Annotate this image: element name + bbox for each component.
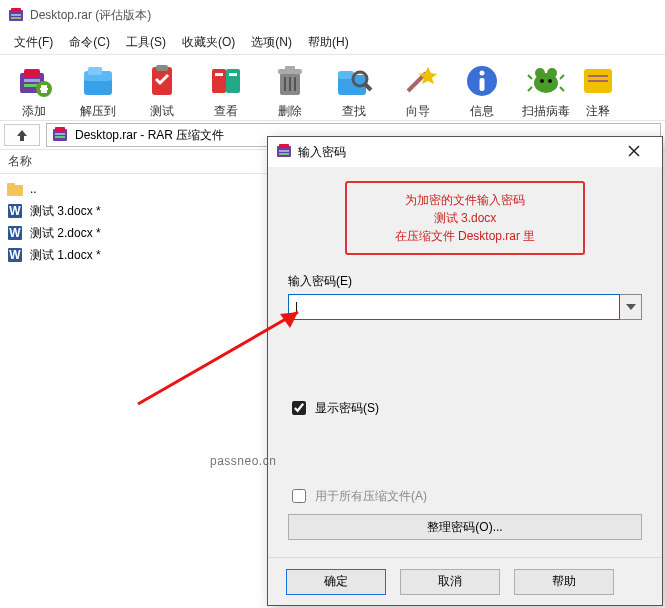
- dialog-message-box: 为加密的文件输入密码 测试 3.docx 在压缩文件 Desktop.rar 里: [345, 181, 585, 255]
- tb-wizard[interactable]: 向导: [386, 59, 450, 120]
- menu-commands[interactable]: 命令(C): [61, 32, 118, 53]
- msg-line3: 在压缩文件 Desktop.rar 里: [353, 227, 577, 245]
- svg-rect-47: [588, 80, 608, 82]
- svg-line-42: [560, 75, 564, 79]
- tb-add[interactable]: 添加: [2, 59, 66, 120]
- svg-rect-26: [294, 77, 296, 91]
- test-icon: [142, 61, 182, 101]
- dialog-titlebar: 输入密码: [268, 137, 662, 167]
- tb-view[interactable]: 查看: [194, 59, 258, 120]
- menu-tools[interactable]: 工具(S): [118, 32, 174, 53]
- item-text: 测试 2.docx *: [30, 225, 101, 242]
- tb-test[interactable]: 测试: [130, 59, 194, 120]
- svg-rect-50: [55, 133, 65, 135]
- menu-file[interactable]: 文件(F): [6, 32, 61, 53]
- svg-rect-51: [55, 136, 65, 138]
- window-titlebar: Desktop.rar (评估版本): [0, 0, 665, 30]
- tb-info-label: 信息: [470, 103, 494, 120]
- svg-rect-49: [55, 127, 65, 131]
- item-text: 测试 1.docx *: [30, 247, 101, 264]
- tb-extract[interactable]: 解压到: [66, 59, 130, 120]
- svg-rect-53: [7, 183, 15, 188]
- dialog-title: 输入密码: [298, 144, 346, 161]
- svg-rect-3: [11, 17, 21, 19]
- tb-comment[interactable]: 注释: [578, 59, 618, 120]
- dialog-footer: 确定 取消 帮助: [268, 557, 662, 605]
- add-icon: [14, 61, 54, 101]
- menu-options[interactable]: 选项(N): [243, 32, 300, 53]
- up-arrow-icon: [15, 128, 29, 142]
- tb-find[interactable]: 查找: [322, 59, 386, 120]
- password-field-wrap: [288, 294, 642, 320]
- wizard-icon: [398, 61, 438, 101]
- docx-icon: W: [6, 246, 24, 264]
- tb-delete-label: 删除: [278, 103, 302, 120]
- cancel-button[interactable]: 取消: [400, 569, 500, 595]
- svg-rect-63: [279, 153, 289, 155]
- tb-view-label: 查看: [214, 103, 238, 120]
- tb-delete[interactable]: 删除: [258, 59, 322, 120]
- svg-rect-1: [11, 8, 21, 12]
- apply-all-label: 用于所有压缩文件(A): [315, 488, 427, 505]
- dialog-close-button[interactable]: [614, 144, 654, 160]
- svg-line-43: [528, 87, 532, 91]
- docx-icon: W: [6, 202, 24, 220]
- svg-rect-6: [24, 79, 40, 82]
- menu-favorites[interactable]: 收藏夹(O): [174, 32, 243, 53]
- svg-rect-17: [212, 69, 226, 93]
- apply-all-checkbox[interactable]: 用于所有压缩文件(A): [288, 486, 642, 506]
- password-dialog: 输入密码 为加密的文件输入密码 测试 3.docx 在压缩文件 Desktop.…: [267, 136, 663, 606]
- svg-rect-20: [229, 73, 237, 76]
- svg-rect-2: [11, 14, 21, 16]
- window-title: Desktop.rar (评估版本): [30, 7, 151, 24]
- find-icon: [334, 61, 374, 101]
- organize-passwords-button[interactable]: 整理密码(O)...: [288, 514, 642, 540]
- svg-rect-35: [480, 78, 485, 91]
- tb-find-label: 查找: [342, 103, 366, 120]
- tb-virus[interactable]: 扫描病毒: [514, 59, 578, 120]
- svg-marker-66: [626, 304, 636, 310]
- tb-add-label: 添加: [22, 103, 46, 120]
- svg-rect-23: [285, 66, 295, 70]
- archive-icon: [51, 125, 69, 146]
- svg-rect-11: [43, 85, 45, 93]
- tb-info[interactable]: 信息: [450, 59, 514, 120]
- watermark: passneo.cn: [210, 454, 276, 468]
- svg-line-44: [560, 87, 564, 91]
- dialog-icon: [276, 143, 292, 162]
- tb-extract-label: 解压到: [80, 103, 116, 120]
- apply-all-input[interactable]: [292, 489, 306, 503]
- svg-line-41: [528, 75, 532, 79]
- password-input[interactable]: [288, 294, 620, 320]
- svg-point-37: [535, 68, 545, 78]
- svg-text:W: W: [9, 204, 21, 218]
- show-password-input[interactable]: [292, 401, 306, 415]
- item-text: 测试 3.docx *: [30, 203, 101, 220]
- msg-line1: 为加密的文件输入密码: [353, 191, 577, 209]
- svg-rect-46: [588, 75, 608, 77]
- menu-help[interactable]: 帮助(H): [300, 32, 357, 53]
- svg-rect-16: [156, 65, 168, 71]
- svg-point-34: [480, 71, 485, 76]
- comment-icon: [578, 61, 618, 101]
- tb-virus-label: 扫描病毒: [522, 103, 570, 120]
- close-icon: [628, 145, 640, 157]
- tb-wizard-label: 向导: [406, 103, 430, 120]
- msg-line2: 测试 3.docx: [353, 209, 577, 227]
- app-icon: [8, 7, 24, 23]
- show-password-label: 显示密码(S): [315, 400, 379, 417]
- svg-rect-25: [289, 77, 291, 91]
- docx-icon: W: [6, 224, 24, 242]
- up-button[interactable]: [4, 124, 40, 146]
- organize-label: 整理密码(O)...: [427, 520, 502, 534]
- show-password-checkbox[interactable]: 显示密码(S): [288, 398, 642, 418]
- col-name: 名称: [8, 153, 32, 170]
- menubar: 文件(F) 命令(C) 工具(S) 收藏夹(O) 选项(N) 帮助(H): [0, 30, 665, 54]
- virus-icon: [526, 61, 566, 101]
- password-dropdown-button[interactable]: [620, 294, 642, 320]
- ok-button[interactable]: 确定: [286, 569, 386, 595]
- help-button[interactable]: 帮助: [514, 569, 614, 595]
- view-icon: [206, 61, 246, 101]
- svg-rect-14: [88, 67, 102, 75]
- delete-icon: [270, 61, 310, 101]
